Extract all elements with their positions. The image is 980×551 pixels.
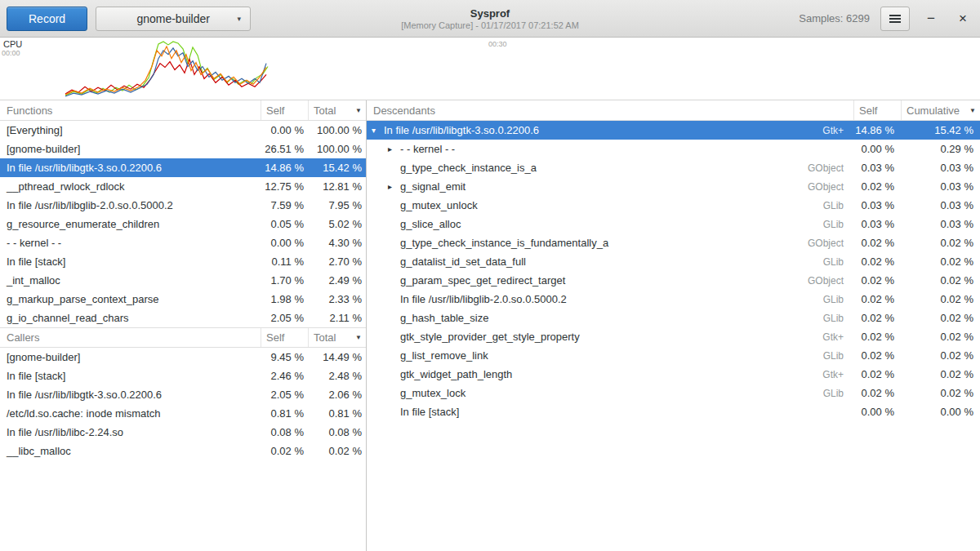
cell-function-name: In file /usr/lib/libgtk-3.so.0.2200.6 bbox=[384, 124, 796, 136]
cell-self-percent: 1.98 % bbox=[261, 293, 308, 305]
tree-row[interactable]: g_type_check_instance_is_fundamentally_a… bbox=[367, 233, 980, 252]
menu-button[interactable] bbox=[880, 7, 910, 31]
table-row[interactable]: /etc/ld.so.cache: inode mismatch0.81 %0.… bbox=[0, 404, 366, 423]
cell-self-percent: 1.70 % bbox=[261, 274, 308, 287]
table-row[interactable]: [Everything]0.00 %100.00 % bbox=[0, 121, 366, 140]
table-row[interactable]: In file [stack]0.11 %2.70 % bbox=[0, 252, 366, 271]
column-header-total[interactable]: Total ▼ bbox=[308, 328, 366, 347]
table-row[interactable]: In file /usr/lib/libglib-2.0.so.0.5000.2… bbox=[0, 196, 366, 215]
cell-library-name: GLib bbox=[796, 294, 853, 305]
table-row[interactable]: [gnome-builder]9.45 %14.49 % bbox=[0, 348, 366, 367]
callers-table-body: [gnome-builder]9.45 %14.49 %In file [sta… bbox=[0, 348, 366, 460]
callers-table-header: Callers Self Total ▼ bbox=[0, 327, 366, 348]
cell-total-percent: 100.00 % bbox=[308, 143, 366, 155]
cell-total-percent: 4.30 % bbox=[308, 237, 366, 249]
tree-row[interactable]: g_type_check_instance_is_aGObject0.03 %0… bbox=[367, 158, 980, 177]
descendants-table-header: Descendants Self Cumulative ▼ bbox=[367, 100, 980, 121]
cell-self-percent: 0.81 % bbox=[261, 407, 308, 420]
expander-open-icon[interactable]: ▾ bbox=[372, 126, 384, 135]
cell-function-name: In file [stack] bbox=[0, 256, 261, 268]
cell-function-name: - - kernel - - bbox=[400, 143, 796, 155]
tree-row[interactable]: g_mutex_lockGLib0.02 %0.02 % bbox=[367, 384, 980, 402]
tree-row[interactable]: gtk_style_provider_get_style_propertyGtk… bbox=[367, 327, 980, 346]
cell-function-name: - - kernel - - bbox=[0, 237, 261, 249]
column-header-self[interactable]: Self bbox=[853, 100, 901, 120]
expander-closed-icon[interactable]: ▸ bbox=[388, 144, 400, 153]
expander-closed-icon[interactable]: ▸ bbox=[388, 182, 400, 191]
column-header-callers[interactable]: Callers bbox=[0, 331, 261, 344]
cell-library-name: Gtk+ bbox=[796, 331, 853, 343]
column-header-self[interactable]: Self bbox=[261, 328, 308, 347]
cell-library-name: GObject bbox=[796, 162, 853, 174]
cell-self-percent: 0.02 % bbox=[853, 331, 901, 343]
table-row[interactable]: In file /usr/lib/libgtk-3.so.0.2200.614.… bbox=[0, 158, 366, 177]
column-header-cumulative-label: Cumulative bbox=[906, 104, 960, 117]
table-row[interactable]: g_resource_enumerate_children0.05 %5.02 … bbox=[0, 215, 366, 233]
cell-cumulative-percent: 0.00 % bbox=[901, 406, 980, 418]
tree-row[interactable]: g_mutex_unlockGLib0.03 %0.03 % bbox=[367, 196, 980, 215]
descendants-table-body: ▾In file /usr/lib/libgtk-3.so.0.2200.6Gt… bbox=[367, 121, 980, 421]
cell-function-name: gtk_style_provider_get_style_property bbox=[400, 331, 796, 343]
hamburger-icon bbox=[889, 18, 901, 20]
tree-row[interactable]: ▸g_signal_emitGObject0.02 %0.03 % bbox=[367, 177, 980, 196]
cell-self-percent: 14.86 % bbox=[261, 162, 308, 174]
sort-indicator-icon: ▼ bbox=[355, 107, 362, 114]
headerbar-right: Samples: 6299 − × bbox=[799, 7, 973, 31]
cell-function-name: __libc_malloc bbox=[0, 445, 261, 457]
table-row[interactable]: __libc_malloc0.02 %0.02 % bbox=[0, 442, 366, 460]
cell-function-name: [Everything] bbox=[0, 124, 261, 136]
tree-row[interactable]: In file [stack]0.00 %0.00 % bbox=[367, 402, 980, 421]
tree-row[interactable]: In file /usr/lib/libglib-2.0.so.0.5000.2… bbox=[367, 290, 980, 309]
column-header-total-label: Total bbox=[314, 104, 336, 117]
table-row[interactable]: In file /usr/lib/libc-2.24.so0.08 %0.08 … bbox=[0, 423, 366, 442]
tree-row[interactable]: g_param_spec_get_redirect_targetGObject0… bbox=[367, 271, 980, 290]
cell-cumulative-percent: 0.02 % bbox=[901, 387, 980, 399]
cell-self-percent: 0.02 % bbox=[853, 274, 901, 287]
cell-total-percent: 12.81 % bbox=[308, 180, 366, 193]
profile-content: Functions Self Total ▼ [Everything]0.00 … bbox=[0, 100, 980, 551]
column-header-self[interactable]: Self bbox=[261, 100, 308, 120]
table-row[interactable]: In file [stack]2.46 %2.48 % bbox=[0, 367, 366, 385]
cell-total-percent: 2.11 % bbox=[308, 312, 366, 324]
table-row[interactable]: _int_malloc1.70 %2.49 % bbox=[0, 271, 366, 290]
tree-row[interactable]: g_slice_allocGLib0.03 %0.03 % bbox=[367, 215, 980, 233]
cell-function-name: [gnome-builder] bbox=[0, 351, 261, 363]
table-row[interactable]: In file /usr/lib/libgtk-3.so.0.2200.62.0… bbox=[0, 385, 366, 404]
tree-row[interactable]: ▸- - kernel - -0.00 %0.29 % bbox=[367, 140, 980, 158]
record-button[interactable]: Record bbox=[7, 7, 87, 31]
cell-self-percent: 12.75 % bbox=[261, 180, 308, 193]
tree-row[interactable]: g_hash_table_sizeGLib0.02 %0.02 % bbox=[367, 309, 980, 327]
cell-self-percent: 0.02 % bbox=[853, 237, 901, 249]
functions-pane: Functions Self Total ▼ [Everything]0.00 … bbox=[0, 100, 367, 551]
cell-function-name: _int_malloc bbox=[0, 274, 261, 287]
cell-function-name: In file /usr/lib/libgtk-3.so.0.2200.6 bbox=[0, 162, 261, 174]
column-header-functions[interactable]: Functions bbox=[0, 104, 261, 117]
cell-library-name: GObject bbox=[796, 275, 853, 287]
target-process-dropdown[interactable]: gnome-builder ▾ bbox=[96, 7, 251, 31]
tree-row[interactable]: g_list_remove_linkGLib0.02 %0.02 % bbox=[367, 346, 980, 365]
table-row[interactable]: __pthread_rwlock_rdlock12.75 %12.81 % bbox=[0, 177, 366, 196]
table-row[interactable]: g_io_channel_read_chars2.05 %2.11 % bbox=[0, 309, 366, 327]
table-row[interactable]: - - kernel - -0.00 %4.30 % bbox=[0, 233, 366, 252]
headerbar-left: Record gnome-builder ▾ bbox=[7, 7, 251, 31]
table-row[interactable]: [gnome-builder]26.51 %100.00 % bbox=[0, 140, 366, 158]
cell-cumulative-percent: 0.02 % bbox=[901, 368, 980, 380]
table-row[interactable]: g_markup_parse_context_parse1.98 %2.33 % bbox=[0, 290, 366, 309]
minimize-button[interactable]: − bbox=[920, 8, 942, 29]
cell-function-name: In file /usr/lib/libglib-2.0.so.0.5000.2 bbox=[0, 199, 261, 211]
tree-row[interactable]: ▾In file /usr/lib/libgtk-3.so.0.2200.6Gt… bbox=[367, 121, 980, 140]
cell-self-percent: 0.08 % bbox=[261, 426, 308, 438]
functions-table-body: [Everything]0.00 %100.00 %[gnome-builder… bbox=[0, 121, 366, 327]
column-header-total[interactable]: Total ▼ bbox=[308, 100, 366, 120]
cell-function-name: gtk_widget_path_length bbox=[400, 368, 796, 380]
cpu-graph[interactable]: CPU 00:00 00:30 bbox=[0, 38, 980, 100]
column-header-descendants[interactable]: Descendants bbox=[367, 104, 853, 117]
column-header-cumulative[interactable]: Cumulative ▼ bbox=[901, 100, 980, 120]
tree-row[interactable]: gtk_widget_path_lengthGtk+0.02 %0.02 % bbox=[367, 365, 980, 384]
cell-self-percent: 0.02 % bbox=[853, 349, 901, 362]
cell-self-percent: 9.45 % bbox=[261, 351, 308, 363]
cell-cumulative-percent: 0.02 % bbox=[901, 274, 980, 287]
tree-row[interactable]: g_datalist_id_set_data_fullGLib0.02 %0.0… bbox=[367, 252, 980, 271]
close-button[interactable]: × bbox=[952, 8, 973, 29]
cell-cumulative-percent: 0.03 % bbox=[901, 218, 980, 230]
